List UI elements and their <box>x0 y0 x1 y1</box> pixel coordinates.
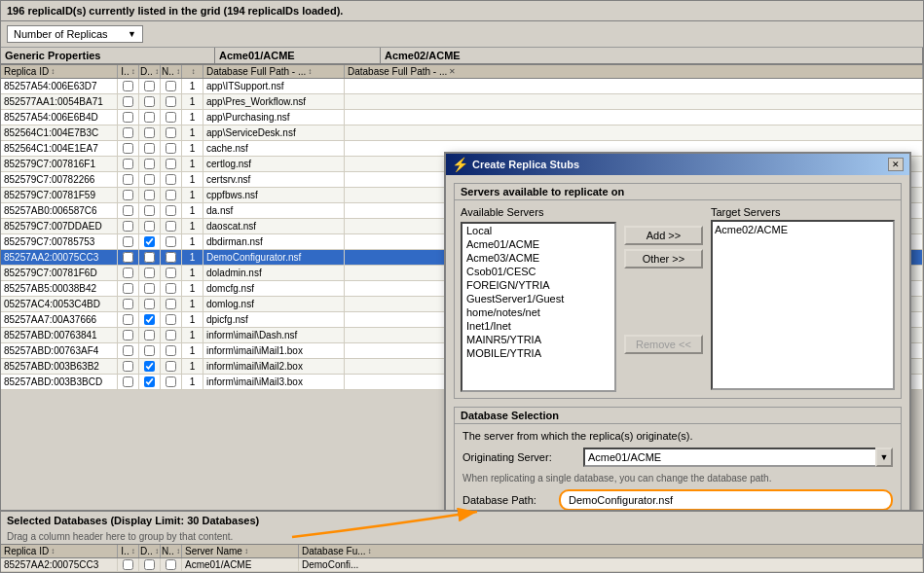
replica-id-sort-icon[interactable]: ↕ <box>51 67 55 76</box>
dialog-close-button[interactable]: ✕ <box>888 158 904 171</box>
server-list-item[interactable]: GuestServer1/Guest <box>462 292 614 305</box>
dbpath2-sort-icon[interactable]: ✕ <box>449 67 456 76</box>
column-group-headers: Generic Properties Acme01/ACME Acme02/AC… <box>1 48 923 65</box>
db-selection-content: The server from which the replica(s) ori… <box>455 424 901 510</box>
generic-props-header: Generic Properties <box>1 48 215 63</box>
originating-server-input[interactable] <box>583 448 875 467</box>
bottom-table-row[interactable]: 85257AA2:00075CC3 Acme01/ACME DemoConfi.… <box>1 558 923 572</box>
target-servers-listbox[interactable]: Acme02/ACME <box>711 220 895 390</box>
available-servers-container: Available Servers Local Acme01/ACME Acme… <box>461 206 616 392</box>
table-row[interactable]: 85257A54:006E63D7 1 app\ITSupport.nsf <box>1 79 923 94</box>
selected-databases-label: Selected Databases (Display Limit: 30 Da… <box>1 512 923 529</box>
db-selection-section: Database Selection The server from which… <box>454 407 902 510</box>
remove-server-button[interactable]: Remove << <box>624 335 703 354</box>
n-checkbox[interactable] <box>166 81 176 91</box>
originating-server-label: Originating Server: <box>462 451 579 463</box>
replica-id-cell: 85257A54:006E63D7 <box>1 79 118 93</box>
d-checkbox[interactable] <box>144 81 155 91</box>
dialog-title-area: ⚡ Create Replica Stubs <box>452 157 579 172</box>
bottom-n-header[interactable]: N.. ↕ <box>161 545 182 557</box>
server-list-item[interactable]: FOREIGN/YTRIA <box>462 278 614 292</box>
bottom-server-cell: Acme01/ACME <box>182 558 299 571</box>
servers-section: Servers available to replicate on Availa… <box>454 183 902 399</box>
server-transfer-buttons: Add >> Other >> Remove << <box>624 206 703 354</box>
table-row[interactable]: 852577AA1:0054BA71 1 app\Pres_Workflow.n… <box>1 94 923 110</box>
i-checkbox[interactable] <box>123 81 133 91</box>
db-selection-subtitle: The server from which the replica(s) ori… <box>462 430 893 442</box>
col-subheaders: Replica ID ↕ I.. ↕ D.. ↕ N.. ↕ ↕ Databas… <box>1 65 923 79</box>
server-list-item[interactable]: Local <box>462 224 614 237</box>
bottom-section: Selected Databases (Display Limit: 30 Da… <box>1 510 923 572</box>
target-server-item[interactable]: Acme02/ACME <box>715 224 891 235</box>
bottom-i-header[interactable]: I.. ↕ <box>118 545 139 557</box>
target-servers-container: Target Servers Acme02/ACME <box>711 206 895 390</box>
server-list-item[interactable]: Inet1/Inet <box>462 319 614 333</box>
d-sort-icon[interactable]: ↕ <box>155 67 159 76</box>
dialog-content: Servers available to replicate on Availa… <box>446 175 909 510</box>
replica-id-col-header[interactable]: Replica ID ↕ <box>1 65 118 78</box>
server-list-item[interactable]: home/notes/net <box>462 305 614 319</box>
dialog-titlebar: ⚡ Create Replica Stubs ✕ <box>446 154 909 175</box>
bottom-dbpath-header[interactable]: Database Fu... ↕ <box>299 545 923 557</box>
bottom-replica-id-header[interactable]: Replica ID ↕ <box>1 545 118 557</box>
originating-server-row: Originating Server: ▼ <box>462 448 893 467</box>
d-col-header[interactable]: D.. ↕ <box>139 65 161 78</box>
bottom-dbpath-cell: DemoConfi... <box>299 558 923 571</box>
db-path-row: Database Path: <box>462 489 893 510</box>
table-area: 85257A54:006E63D7 1 app\ITSupport.nsf 85… <box>1 79 923 510</box>
bottom-table-headers: Replica ID ↕ I.. ↕ D.. ↕ N.. ↕ Server Na… <box>1 544 923 558</box>
available-servers-listbox[interactable]: Local Acme01/ACME Acme03/ACME Csob01/CES… <box>461 222 616 392</box>
db-path-label: Database Path: <box>462 494 555 506</box>
db-selection-title: Database Selection <box>455 408 901 424</box>
dropdown-arrow-icon: ▼ <box>128 29 136 39</box>
create-replica-stubs-dialog: ⚡ Create Replica Stubs ✕ Servers availab… <box>444 152 911 510</box>
db-path-input[interactable] <box>559 489 893 510</box>
other-server-button[interactable]: Other >> <box>624 249 703 269</box>
status-bar: 196 replicaID(s) currently listed in the… <box>1 1 923 21</box>
server-list-item[interactable]: MOBILE/YTRIA <box>462 346 614 360</box>
dbpath-col-header[interactable]: Database Full Path - ... ↕ <box>203 65 345 78</box>
num-col-header[interactable]: ↕ <box>182 65 203 78</box>
i-sort-icon[interactable]: ↕ <box>131 67 135 76</box>
dbpath2-col-header[interactable]: Database Full Path - ... ✕ <box>345 65 923 78</box>
num-cell: 1 <box>182 79 203 93</box>
bottom-replica-id-cell: 85257AA2:00075CC3 <box>1 558 118 571</box>
main-window: 196 replicaID(s) currently listed in the… <box>0 0 924 573</box>
n-col-header[interactable]: N.. ↕ <box>161 65 182 78</box>
originating-server-combo: ▼ <box>583 448 893 467</box>
dialog-icon: ⚡ <box>452 157 468 172</box>
server-list-item[interactable]: Acme01/ACME <box>462 237 614 251</box>
server-list-item[interactable]: MAINR5/YTRIA <box>462 333 614 346</box>
dialog-title: Create Replica Stubs <box>472 159 579 170</box>
dbpath-sort-icon[interactable]: ↕ <box>308 67 312 76</box>
acme02-header: Acme02/ACME <box>381 48 923 63</box>
server-list-item[interactable]: Csob01/CESC <box>462 265 614 278</box>
dropdown-label: Number of Replicas <box>14 28 108 40</box>
status-text: 196 replicaID(s) currently listed in the… <box>7 5 343 17</box>
add-server-button[interactable]: Add >> <box>624 226 703 245</box>
db-change-hint: When replicating a single database, you … <box>462 473 893 483</box>
bottom-servername-header[interactable]: Server Name ↕ <box>182 545 299 557</box>
drag-hint: Drag a column header here to group by th… <box>1 529 923 544</box>
servers-row: Available Servers Local Acme01/ACME Acme… <box>455 200 901 398</box>
table-row[interactable]: 85257A54:006E6B4D 1 app\Purchasing.nsf <box>1 110 923 125</box>
target-servers-label: Target Servers <box>711 206 895 218</box>
number-of-replicas-dropdown[interactable]: Number of Replicas ▼ <box>7 25 143 43</box>
originating-server-dropdown-icon[interactable]: ▼ <box>875 448 893 467</box>
i-col-header[interactable]: I.. ↕ <box>118 65 139 78</box>
table-row[interactable]: 852564C1:004E7B3C 1 app\ServiceDesk.nsf <box>1 125 923 141</box>
bottom-d-header[interactable]: D.. ↕ <box>139 545 161 557</box>
available-servers-label: Available Servers <box>461 206 616 218</box>
servers-section-title: Servers available to replicate on <box>455 184 901 200</box>
toolbar-row: Number of Replicas ▼ <box>1 21 923 48</box>
server-list-item[interactable]: Acme03/ACME <box>462 251 614 265</box>
dbpath2-cell <box>345 79 923 93</box>
n-sort-icon[interactable]: ↕ <box>176 67 180 76</box>
dbpath-cell: app\ITSupport.nsf <box>203 79 345 93</box>
acme01-header: Acme01/ACME <box>215 48 381 63</box>
